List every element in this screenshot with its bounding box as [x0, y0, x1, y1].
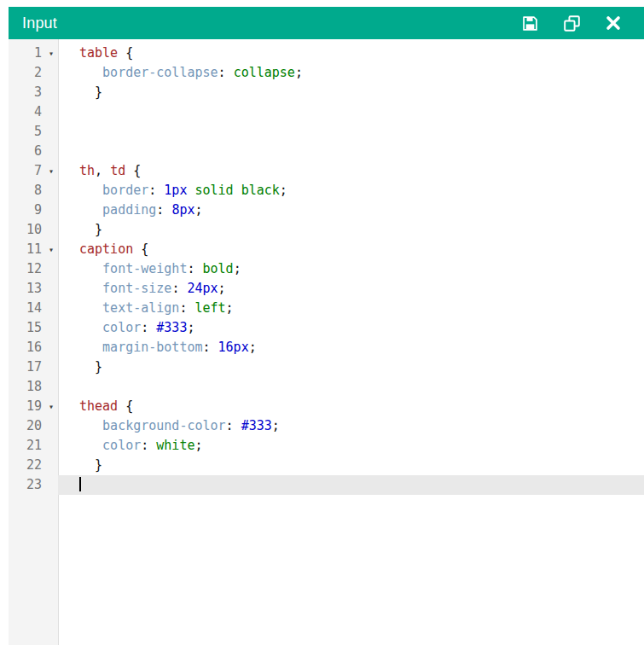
line-number: 6 — [9, 142, 44, 161]
fold-gutter-spacer — [44, 318, 58, 338]
line-number: 14 — [9, 299, 44, 318]
fold-gutter-spacer — [44, 83, 58, 102]
line-number: 18 — [9, 377, 44, 397]
editor-line-19[interactable]: 19▾thead { — [9, 397, 644, 416]
fold-gutter-spacer — [44, 338, 58, 357]
fold-gutter-spacer — [44, 200, 58, 220]
code-line-content[interactable] — [58, 475, 644, 495]
fold-arrow-icon[interactable]: ▾ — [44, 44, 58, 63]
editor-line-17[interactable]: 17 } — [9, 357, 644, 377]
code-line-content[interactable]: color: white; — [58, 436, 644, 456]
code-line-content[interactable]: th, td { — [58, 161, 644, 181]
editor-line-13[interactable]: 13 font-size: 24px; — [9, 279, 644, 299]
line-number: 12 — [9, 259, 44, 279]
code-editor[interactable]: 1▾table {2 border-collapse: collapse;3 }… — [9, 39, 644, 645]
code-line-content[interactable] — [58, 102, 644, 122]
fold-gutter-spacer — [44, 416, 58, 436]
code-line-content[interactable]: font-weight: bold; — [58, 259, 644, 279]
fold-arrow-icon[interactable]: ▾ — [44, 397, 58, 416]
code-line-content[interactable]: border-collapse: collapse; — [58, 63, 644, 83]
line-number: 5 — [9, 122, 44, 142]
line-number: 22 — [9, 456, 44, 475]
code-line-content[interactable]: } — [58, 456, 644, 475]
code-lines: 1▾table {2 border-collapse: collapse;3 }… — [9, 44, 644, 495]
fold-gutter-spacer — [44, 357, 58, 377]
editor-line-4[interactable]: 4 — [9, 102, 644, 122]
line-number: 21 — [9, 436, 44, 456]
fold-gutter-spacer — [44, 63, 58, 83]
editor-line-1[interactable]: 1▾table { — [9, 44, 644, 63]
line-number: 3 — [9, 83, 44, 102]
fold-gutter-spacer — [44, 102, 58, 122]
fold-gutter-spacer — [44, 181, 58, 200]
editor-line-11[interactable]: 11▾caption { — [9, 240, 644, 259]
line-number: 16 — [9, 338, 44, 357]
close-icon — [604, 14, 623, 32]
copy-button[interactable] — [561, 13, 582, 33]
panel-title: Input — [22, 15, 57, 32]
editor-line-18[interactable]: 18 — [9, 377, 644, 397]
line-number: 10 — [9, 220, 44, 240]
line-number: 9 — [9, 200, 44, 220]
code-line-content[interactable]: } — [58, 83, 644, 102]
fold-gutter-spacer — [44, 299, 58, 318]
code-line-content[interactable] — [58, 122, 644, 142]
editor-line-6[interactable]: 6 — [9, 142, 644, 161]
code-line-content[interactable]: table { — [58, 44, 644, 63]
editor-line-3[interactable]: 3 } — [9, 83, 644, 102]
fold-gutter-spacer — [44, 377, 58, 397]
line-number: 17 — [9, 357, 44, 377]
fold-gutter-spacer — [44, 475, 58, 495]
line-number: 11 — [9, 240, 44, 259]
fold-arrow-icon[interactable]: ▾ — [44, 161, 58, 181]
editor-line-22[interactable]: 22 } — [9, 456, 644, 475]
line-number: 8 — [9, 181, 44, 200]
code-line-content[interactable]: padding: 8px; — [58, 200, 644, 220]
editor-line-8[interactable]: 8 border: 1px solid black; — [9, 181, 644, 200]
code-line-content[interactable] — [58, 142, 644, 161]
editor-line-2[interactable]: 2 border-collapse: collapse; — [9, 63, 644, 83]
editor-line-7[interactable]: 7▾th, td { — [9, 161, 644, 181]
save-icon — [521, 15, 539, 32]
fold-gutter-spacer — [44, 122, 58, 142]
line-number: 19 — [9, 397, 44, 416]
input-panel: Input 1▾table {2 — [9, 7, 644, 645]
code-line-content[interactable]: text-align: left; — [58, 299, 644, 318]
editor-line-20[interactable]: 20 background-color: #333; — [9, 416, 644, 436]
editor-line-10[interactable]: 10 } — [9, 220, 644, 240]
editor-line-14[interactable]: 14 text-align: left; — [9, 299, 644, 318]
close-button[interactable] — [603, 13, 624, 33]
code-line-content[interactable]: color: #333; — [58, 318, 644, 338]
editor-line-5[interactable]: 5 — [9, 122, 644, 142]
editor-line-16[interactable]: 16 margin-bottom: 16px; — [9, 338, 644, 357]
editor-line-21[interactable]: 21 color: white; — [9, 436, 644, 456]
code-line-content[interactable]: thead { — [58, 397, 644, 416]
fold-gutter-spacer — [44, 220, 58, 240]
editor-line-23[interactable]: 23 — [9, 475, 644, 495]
code-line-content[interactable]: font-size: 24px; — [58, 279, 644, 299]
code-line-content[interactable] — [58, 377, 644, 397]
fold-arrow-icon[interactable]: ▾ — [44, 240, 58, 259]
fold-gutter-spacer — [44, 279, 58, 299]
editor-line-12[interactable]: 12 font-weight: bold; — [9, 259, 644, 279]
line-number: 15 — [9, 318, 44, 338]
line-number: 2 — [9, 63, 44, 83]
line-number: 7 — [9, 161, 44, 181]
fold-gutter-spacer — [44, 436, 58, 456]
editor-line-15[interactable]: 15 color: #333; — [9, 318, 644, 338]
line-number: 20 — [9, 416, 44, 436]
code-line-content[interactable]: margin-bottom: 16px; — [58, 338, 644, 357]
code-line-content[interactable]: border: 1px solid black; — [58, 181, 644, 200]
code-line-content[interactable]: } — [58, 220, 644, 240]
code-line-content[interactable]: caption { — [58, 240, 644, 259]
line-number: 4 — [9, 102, 44, 122]
line-number: 23 — [9, 475, 44, 495]
fold-gutter-spacer — [44, 142, 58, 161]
code-line-content[interactable]: background-color: #333; — [58, 416, 644, 436]
panel-header: Input — [9, 7, 644, 39]
line-number: 13 — [9, 279, 44, 299]
editor-line-9[interactable]: 9 padding: 8px; — [9, 200, 644, 220]
save-button[interactable] — [519, 13, 540, 33]
fold-gutter-spacer — [44, 259, 58, 279]
code-line-content[interactable]: } — [58, 357, 644, 377]
